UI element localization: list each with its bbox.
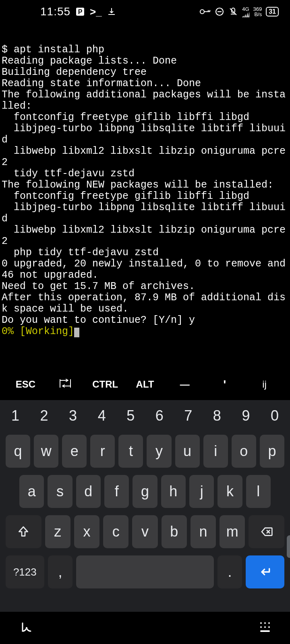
terminal-line: Reading package lists... Done — [2, 55, 177, 67]
key-k[interactable]: k — [218, 475, 242, 508]
parking-icon: P — [75, 7, 85, 17]
num-key[interactable]: 3 — [69, 407, 77, 424]
dash-key[interactable]: — — [165, 379, 205, 390]
status-left: 11:55 P >_ — [40, 5, 116, 18]
num-key[interactable]: 2 — [40, 407, 48, 424]
key-l[interactable]: l — [246, 475, 271, 508]
vpn-key-icon — [199, 8, 211, 15]
status-right: 4G 369 B/s 31 — [199, 6, 279, 17]
terminal-line: libjpeg-turbo libpng libsqlite libtiff l… — [2, 202, 286, 225]
key-p[interactable]: p — [260, 435, 284, 468]
keyboard-row-2: a s d f g h j k l — [3, 475, 287, 508]
num-key[interactable]: 7 — [184, 407, 192, 424]
svg-point-4 — [260, 622, 262, 624]
navigation-bar — [0, 612, 290, 644]
ij-key[interactable]: ij — [244, 379, 284, 390]
cursor — [74, 328, 79, 337]
keyboard-switch-icon[interactable] — [259, 621, 271, 635]
edge-panel-handle[interactable] — [287, 535, 290, 558]
keyboard-row-3: z x c v b n m — [3, 515, 287, 548]
terminal-output[interactable]: $ apt install php Reading package lists.… — [0, 23, 290, 337]
key-n[interactable]: n — [191, 515, 216, 548]
key-i[interactable]: i — [203, 435, 228, 468]
number-row: 1 2 3 4 5 6 7 8 9 0 — [3, 405, 287, 427]
terminal-line: After this operation, 87.9 MB of additio… — [2, 292, 286, 315]
ctrl-key[interactable]: CTRL — [85, 379, 125, 390]
num-key[interactable]: 8 — [213, 407, 221, 424]
key-x[interactable]: x — [74, 515, 99, 548]
esc-key[interactable]: ESC — [6, 379, 46, 390]
svg-point-7 — [260, 626, 262, 628]
key-j[interactable]: j — [189, 475, 214, 508]
space-key[interactable] — [76, 555, 214, 588]
terminal-line: Do you want to continue? [Y/n] y — [2, 314, 195, 326]
num-key[interactable]: 0 — [271, 407, 279, 424]
key-g[interactable]: g — [133, 475, 157, 508]
enter-key[interactable] — [246, 555, 284, 588]
svg-point-9 — [268, 626, 270, 628]
key-w[interactable]: w — [34, 435, 58, 468]
battery-indicator: 31 — [266, 7, 279, 17]
key-o[interactable]: o — [232, 435, 256, 468]
shift-key[interactable] — [6, 515, 41, 548]
key-h[interactable]: h — [161, 475, 186, 508]
key-t[interactable]: t — [118, 435, 143, 468]
num-key[interactable]: 5 — [126, 407, 135, 424]
key-r[interactable]: r — [90, 435, 115, 468]
terminal-progress: 0% [Working] — [2, 326, 74, 337]
do-not-disturb-icon — [215, 7, 224, 17]
svg-rect-10 — [260, 630, 270, 632]
terminal-line: fontconfig freetype giflib libffi libgd — [2, 190, 249, 202]
key-f[interactable]: f — [104, 475, 129, 508]
key-v[interactable]: v — [132, 515, 157, 548]
tab-key[interactable] — [46, 379, 85, 390]
svg-point-5 — [264, 622, 266, 624]
keyboard-row-4: ?123 , . — [3, 555, 287, 588]
key-m[interactable]: m — [220, 515, 245, 548]
num-key[interactable]: 4 — [98, 407, 106, 424]
svg-point-2 — [200, 10, 204, 14]
terminal-line: fontconfig freetype giflib libffi libgd — [2, 111, 249, 123]
back-gesture-icon[interactable] — [19, 620, 34, 636]
key-e[interactable]: e — [62, 435, 87, 468]
backspace-key[interactable] — [249, 515, 284, 548]
svg-text:P: P — [78, 8, 83, 15]
key-d[interactable]: d — [76, 475, 101, 508]
alt-key[interactable]: ALT — [125, 379, 165, 390]
terminal-line: libjpeg-turbo libpng libsqlite libtiff l… — [2, 123, 286, 146]
terminal-prompt-icon: >_ — [90, 6, 102, 18]
num-key[interactable]: 6 — [155, 407, 164, 424]
period-key[interactable]: . — [218, 555, 242, 588]
key-c[interactable]: c — [103, 515, 128, 548]
network-indicator: 4G — [242, 6, 249, 17]
terminal-line: The following NEW packages will be insta… — [2, 179, 273, 191]
key-z[interactable]: z — [45, 515, 70, 548]
terminal-line: Building dependency tree — [2, 66, 147, 78]
network-gen: 4G — [242, 6, 249, 12]
terminal-line: $ apt install php — [2, 44, 104, 56]
mute-icon — [228, 7, 238, 17]
soft-keyboard: 1 2 3 4 5 6 7 8 9 0 q w e r t y u i o p … — [0, 400, 290, 612]
key-b[interactable]: b — [162, 515, 187, 548]
num-key[interactable]: 9 — [242, 407, 250, 424]
svg-point-6 — [268, 622, 270, 624]
terminal-line: libwebp libxml2 libxslt libzip oniguruma… — [2, 224, 286, 247]
terminal-extra-keys: ESC CTRL ALT — ' ij — [0, 370, 290, 398]
num-key[interactable]: 1 — [11, 407, 19, 424]
key-y[interactable]: y — [147, 435, 171, 468]
keyboard-row-1: q w e r t y u i o p — [3, 435, 287, 468]
terminal-line: tidy ttf-dejavu zstd — [2, 168, 135, 180]
symbols-key[interactable]: ?123 — [6, 555, 44, 588]
key-a[interactable]: a — [19, 475, 44, 508]
key-u[interactable]: u — [175, 435, 200, 468]
quote-key[interactable]: ' — [205, 378, 244, 391]
status-time: 11:55 — [40, 5, 70, 18]
terminal-line: libwebp libxml2 libxslt libzip oniguruma… — [2, 145, 286, 168]
net-speed: 369 B/s — [253, 6, 262, 17]
key-q[interactable]: q — [6, 435, 30, 468]
comma-key[interactable]: , — [48, 555, 73, 588]
key-s[interactable]: s — [48, 475, 72, 508]
download-icon — [107, 7, 116, 17]
terminal-line: php tidy ttf-dejavu zstd — [2, 247, 159, 258]
status-bar: 11:55 P >_ 4G 369 B/s 31 — [0, 0, 290, 23]
